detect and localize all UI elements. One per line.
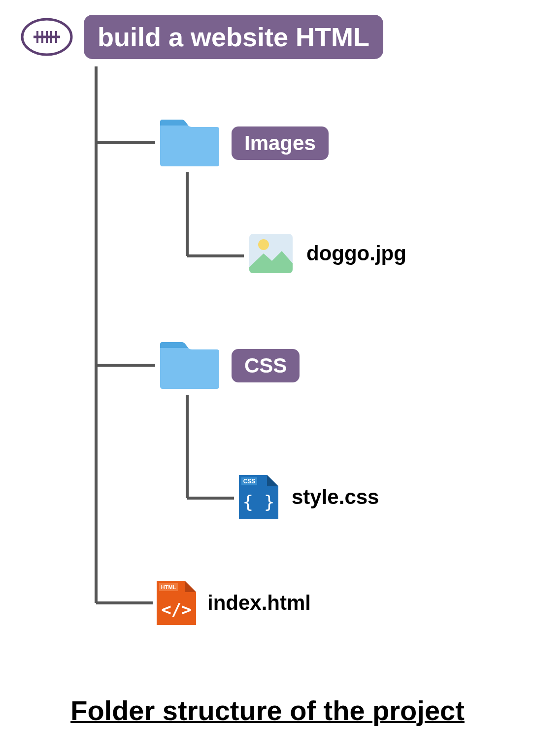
index-file-label: index.html (207, 591, 311, 615)
football-icon (20, 17, 74, 57)
html-file-icon: HTML </> (154, 578, 199, 628)
css-file-icon: CSS { } (236, 472, 281, 522)
style-file-node: CSS { } style.css (236, 472, 379, 522)
index-file-node: HTML </> index.html (154, 578, 311, 628)
css-folder-label: CSS (232, 349, 300, 382)
html-badge-text: HTML (161, 584, 176, 590)
doggo-file-label: doggo.jpg (306, 242, 406, 265)
doggo-file-node: doggo.jpg (246, 229, 406, 278)
diagram-canvas: build a website HTML Images doggo.jpg CS… (0, 0, 535, 756)
css-folder-node: CSS (158, 340, 300, 391)
folder-icon (158, 340, 222, 391)
style-file-label: style.css (292, 485, 379, 509)
images-folder-node: Images (158, 117, 329, 169)
svg-text:</>: </> (161, 599, 191, 619)
root-folder-node: build a website HTML (20, 15, 383, 59)
diagram-caption: Folder structure of the project (70, 694, 465, 726)
css-badge-text: CSS (243, 478, 256, 485)
folder-icon (158, 117, 222, 169)
svg-text:{ }: { } (242, 492, 274, 512)
image-file-icon (246, 229, 296, 278)
images-folder-label: Images (232, 126, 329, 160)
svg-point-16 (258, 239, 269, 250)
root-folder-label: build a website HTML (84, 15, 383, 59)
